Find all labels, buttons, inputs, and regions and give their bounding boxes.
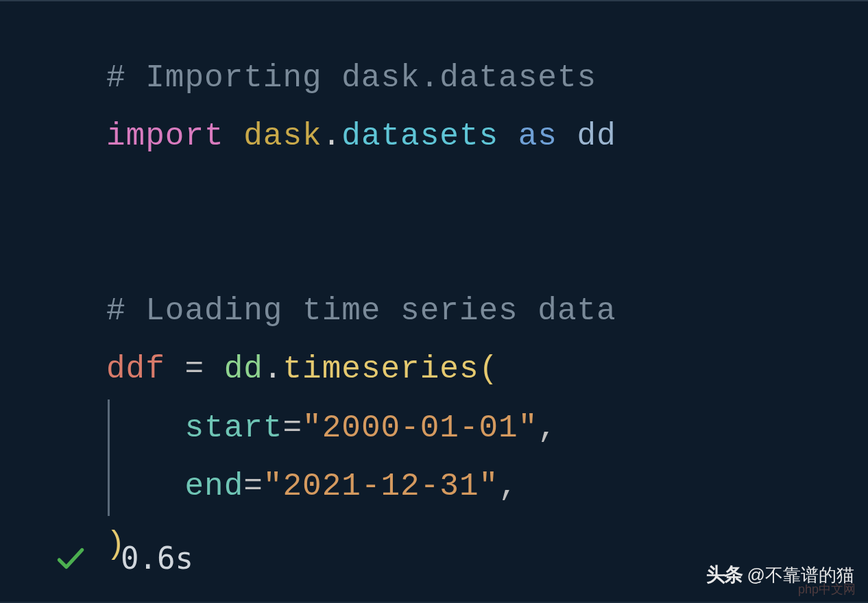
function-timeseries: timeseries: [282, 352, 479, 387]
equals-2: =: [243, 469, 263, 504]
keyword-import: import: [106, 119, 224, 154]
checkmark-icon: [53, 541, 88, 576]
assign-op: =: [165, 352, 224, 387]
object-dd: dd: [224, 352, 263, 387]
indent-guide: [108, 458, 110, 516]
string-start-date: "2000-01-01": [302, 410, 538, 446]
module-dask: dask: [243, 119, 322, 154]
comma-2: ,: [498, 469, 518, 504]
comma-1: ,: [538, 410, 557, 446]
param-end: end: [184, 469, 243, 504]
equals-1: =: [282, 410, 302, 446]
code-block: # Importing dask.datasets import dask.da…: [106, 49, 868, 574]
variable-ddf: ddf: [106, 352, 165, 387]
alias-dd: dd: [577, 119, 616, 154]
module-dot: .: [322, 119, 342, 154]
string-end-date: "2021-12-31": [263, 469, 498, 504]
module-datasets: datasets: [341, 119, 498, 154]
keyword-as: as: [518, 119, 557, 154]
param-start: start: [184, 410, 282, 446]
watermark: php中文网: [798, 581, 856, 598]
indent-guide: [108, 399, 110, 458]
toutiao-logo: 头条: [706, 562, 742, 588]
open-paren: (: [479, 352, 499, 387]
code-frame: # Importing dask.datasets import dask.da…: [0, 0, 868, 603]
execution-time: 0.6s: [121, 541, 193, 576]
call-dot: .: [263, 352, 283, 387]
execution-status: 0.6s: [53, 541, 193, 576]
comment-line-2: # Loading time series data: [106, 293, 616, 329]
comment-line-1: # Importing dask.datasets: [106, 60, 596, 96]
